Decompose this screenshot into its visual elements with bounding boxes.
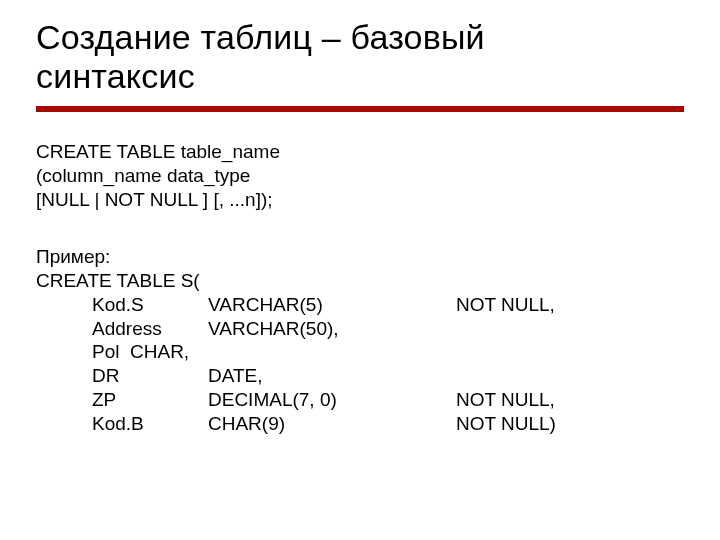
title-underline [36,106,684,112]
col-extra [396,340,456,364]
col-type: VARCHAR(5) [208,293,396,317]
syntax-line-1: CREATE TABLE table_name [36,140,684,164]
example-block: Пример: CREATE TABLE S( Kod.S VARCHAR(5)… [36,245,684,435]
title-line-2: синтаксис [36,57,195,95]
col-type: DECIMAL(7, 0) [208,388,396,412]
col-constraint: NOT NULL, [456,293,656,317]
example-open: CREATE TABLE S( [36,269,684,293]
col-name-inline: Pol CHAR, [92,340,396,364]
col-constraint [456,364,656,388]
col-name: Kod.S [92,293,208,317]
col-name: Kod.B [92,412,208,436]
col-type: DATE, [208,364,396,388]
example-columns: Kod.S VARCHAR(5) NOT NULL, Address VARCH… [36,293,684,436]
col-name: ZP [92,388,208,412]
col-type: CHAR(9) [208,412,396,436]
syntax-line-2: (column_name data_type [36,164,684,188]
col-indent [36,388,92,412]
col-name: DR [92,364,208,388]
col-extra [396,412,456,436]
col-indent [36,412,92,436]
syntax-line-3: [NULL | NOT NULL ] [, ...n]); [36,188,684,212]
slide: Создание таблиц – базовый синтаксис CREA… [0,0,720,540]
col-constraint: NOT NULL, [456,388,656,412]
col-indent [36,340,92,364]
col-extra [396,317,456,341]
col-indent [36,364,92,388]
col-extra [396,388,456,412]
col-constraint: NOT NULL) [456,412,656,436]
col-constraint [456,317,656,341]
col-indent [36,293,92,317]
col-extra [396,293,456,317]
example-label: Пример: [36,245,684,269]
slide-title: Создание таблиц – базовый синтаксис [36,18,684,96]
col-type: VARCHAR(50), [208,317,396,341]
syntax-block: CREATE TABLE table_name (column_name dat… [36,140,684,211]
col-indent [36,317,92,341]
title-line-1: Создание таблиц – базовый [36,18,485,56]
col-extra [396,364,456,388]
col-constraint [456,340,656,364]
col-name: Address [92,317,208,341]
